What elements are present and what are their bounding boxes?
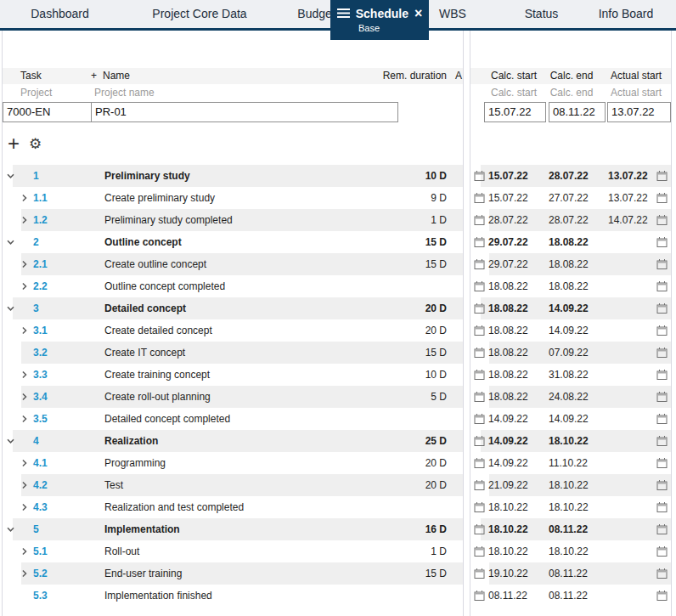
- calendar-icon[interactable]: [656, 237, 668, 248]
- expand-icon[interactable]: [20, 548, 28, 556]
- calendar-icon[interactable]: [656, 370, 668, 381]
- calendar-icon[interactable]: [656, 414, 668, 425]
- column-header-calc-start[interactable]: Calc. start: [488, 68, 539, 84]
- task-row[interactable]: 3Detailed concept20 D: [3, 297, 463, 319]
- task-dates-row[interactable]: 18.08.2214.09.22: [470, 297, 671, 319]
- task-row[interactable]: 5Implementation16 D: [3, 518, 463, 540]
- settings-gear-icon[interactable]: ⚙: [29, 137, 42, 151]
- task-row[interactable]: 3.3Create training concept10 D: [3, 364, 463, 386]
- task-dates-row[interactable]: 18.08.2207.09.22: [470, 342, 671, 364]
- calendar-icon[interactable]: [656, 591, 668, 602]
- task-dates-row[interactable]: 15.07.2227.07.2213.07.22: [470, 187, 671, 209]
- calendar-icon[interactable]: [474, 436, 485, 447]
- calendar-icon[interactable]: [474, 215, 485, 226]
- column-header-rem-duration[interactable]: Rem. duration: [383, 68, 447, 84]
- task-row[interactable]: 4Realization25 D: [3, 430, 463, 452]
- task-row[interactable]: 4.1Programming20 D: [3, 452, 463, 474]
- task-row[interactable]: 2.2Outline concept completed: [3, 275, 463, 297]
- column-header-a[interactable]: A: [455, 68, 462, 84]
- project-actual-start-field[interactable]: 13.07.22: [607, 102, 671, 122]
- task-dates-row[interactable]: 14.09.2211.10.22: [470, 452, 671, 474]
- close-tab-icon[interactable]: ×: [414, 8, 422, 20]
- expand-icon[interactable]: [20, 283, 28, 291]
- calendar-icon[interactable]: [474, 370, 485, 381]
- tab-status[interactable]: Status: [510, 0, 573, 28]
- expand-icon[interactable]: [20, 371, 28, 379]
- task-dates-row[interactable]: 21.09.2218.10.22: [470, 474, 671, 496]
- calendar-icon[interactable]: [474, 524, 485, 535]
- calendar-icon[interactable]: [656, 392, 668, 403]
- task-row[interactable]: 4.3Realization and test completed: [3, 496, 463, 518]
- calendar-icon[interactable]: [474, 502, 485, 513]
- column-header-calc-end[interactable]: Calc. end: [549, 68, 594, 84]
- calendar-icon[interactable]: [474, 414, 485, 425]
- task-row[interactable]: 3.2Create IT concept15 D: [3, 342, 463, 364]
- task-row[interactable]: 1.2Preliminary study completed1 D: [3, 209, 463, 231]
- tab-dashboard[interactable]: Dashboard: [15, 0, 104, 28]
- calendar-icon[interactable]: [474, 237, 485, 248]
- calendar-icon[interactable]: [474, 348, 485, 359]
- menu-icon[interactable]: [337, 6, 350, 21]
- project-calc-end-field[interactable]: 08.11.22: [549, 102, 606, 122]
- task-dates-row[interactable]: 19.10.2208.11.22: [470, 562, 671, 585]
- task-row[interactable]: 4.2Test20 D: [3, 474, 463, 496]
- add-task-icon[interactable]: +: [8, 133, 20, 154]
- expand-icon[interactable]: [20, 504, 28, 511]
- task-row[interactable]: 5.2End-user training15 D: [3, 562, 463, 585]
- expand-icon[interactable]: [20, 195, 28, 202]
- calendar-icon[interactable]: [474, 568, 485, 579]
- calendar-icon[interactable]: [656, 171, 668, 182]
- task-dates-row[interactable]: 28.07.2228.07.2214.07.22: [470, 209, 671, 231]
- tab-info-board[interactable]: Info Board: [588, 0, 664, 28]
- task-dates-row[interactable]: 18.10.2208.11.22: [470, 518, 671, 540]
- task-dates-row[interactable]: 08.11.2208.11.22: [470, 585, 671, 607]
- collapse-icon[interactable]: [7, 239, 14, 246]
- expand-icon[interactable]: [20, 327, 28, 335]
- task-dates-row[interactable]: 29.07.2218.08.22: [470, 253, 671, 275]
- task-row[interactable]: 1Preliminary study10 D: [3, 165, 463, 187]
- calendar-icon[interactable]: [474, 171, 485, 182]
- task-dates-row[interactable]: 18.08.2231.08.22: [470, 364, 671, 386]
- task-dates-row[interactable]: 14.09.2218.10.22: [470, 430, 671, 452]
- expand-icon[interactable]: [20, 217, 28, 224]
- calendar-icon[interactable]: [474, 193, 485, 204]
- task-dates-row[interactable]: 18.08.2218.08.22: [470, 275, 671, 297]
- add-column-icon[interactable]: +: [91, 68, 97, 84]
- task-dates-row[interactable]: 18.10.2218.10.22: [470, 496, 671, 518]
- tab-wbs[interactable]: WBS: [427, 0, 478, 28]
- project-calc-start-field[interactable]: 15.07.22: [484, 102, 546, 122]
- task-row[interactable]: 2.1Create outline concept15 D: [3, 253, 463, 275]
- collapse-icon[interactable]: [7, 305, 14, 313]
- calendar-icon[interactable]: [474, 546, 485, 557]
- column-header-name[interactable]: Name: [103, 68, 130, 84]
- tab-project-core-data[interactable]: Project Core Data: [136, 0, 263, 28]
- collapse-icon[interactable]: [7, 526, 14, 534]
- task-row[interactable]: 2Outline concept15 D: [3, 231, 463, 253]
- calendar-icon[interactable]: [656, 524, 668, 535]
- task-row[interactable]: 5.1Roll-out1 D: [3, 540, 463, 562]
- project-id-field[interactable]: 7000-EN: [3, 103, 92, 122]
- calendar-icon[interactable]: [474, 591, 485, 602]
- expand-icon[interactable]: [20, 570, 28, 578]
- calendar-icon[interactable]: [656, 568, 668, 579]
- calendar-icon[interactable]: [474, 325, 485, 336]
- collapse-icon[interactable]: [7, 438, 14, 445]
- calendar-icon[interactable]: [656, 303, 668, 314]
- calendar-icon[interactable]: [656, 193, 668, 204]
- calendar-icon[interactable]: [656, 259, 668, 270]
- expand-icon[interactable]: [20, 415, 28, 423]
- task-row[interactable]: 3.5Detailed concept completed: [3, 408, 463, 430]
- task-row[interactable]: 5.3Implementation finished: [3, 585, 463, 607]
- expand-icon[interactable]: [20, 460, 28, 467]
- task-row[interactable]: 3.1Create detailed concept20 D: [3, 319, 463, 342]
- task-dates-row[interactable]: 18.08.2214.09.22: [470, 319, 671, 342]
- expand-icon[interactable]: [20, 261, 28, 268]
- calendar-icon[interactable]: [656, 215, 668, 226]
- calendar-icon[interactable]: [474, 480, 485, 491]
- collapse-icon[interactable]: [7, 172, 14, 180]
- task-row[interactable]: 1.1Create preliminary study9 D: [3, 187, 463, 209]
- calendar-icon[interactable]: [474, 392, 485, 403]
- calendar-icon[interactable]: [656, 325, 668, 336]
- task-dates-row[interactable]: 15.07.2228.07.2213.07.22: [470, 165, 671, 187]
- tab-schedule[interactable]: Schedule × Base: [330, 0, 429, 40]
